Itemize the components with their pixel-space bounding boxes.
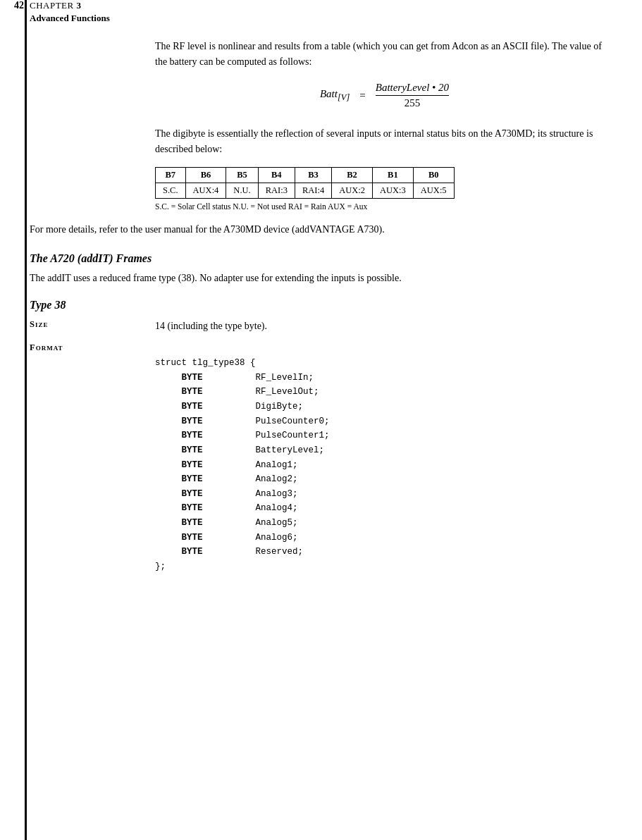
table-legend: S.C. = Solar Cell status N.U. = Not used…: [155, 202, 614, 211]
val-b3: RAI:4: [295, 183, 331, 198]
bit-table-area: B7 B6 B5 B4 B3 B2 B1 B0 S.C. AUX:4 N.U.: [30, 167, 614, 211]
format-value: struct tlg_type38 { BYTE RF_LevelIn; BYT…: [155, 342, 614, 589]
a720-text: The addIT uses a reduced frame type (38)…: [30, 273, 402, 283]
formula: Batt[V] = BatteryLevel • 20 255: [320, 82, 449, 109]
code-line-5: BYTE PulseCounter1;: [155, 431, 330, 440]
digibyte-text: The digibyte is essentially the reflecti…: [155, 128, 593, 154]
code-line-10: BYTE Analog4;: [155, 503, 298, 513]
formula-equals: =: [359, 89, 365, 101]
digibyte-paragraph: The digibyte is essentially the reflecti…: [30, 126, 614, 156]
size-label: Size: [30, 319, 155, 330]
code-line-9: BYTE Analog3;: [155, 489, 298, 499]
intro-text: The RF level is nonlinear and results fr…: [155, 41, 602, 67]
size-label-text: Size: [30, 319, 48, 329]
main-content: The RF level is nonlinear and results fr…: [30, 39, 614, 595]
code-line-1: BYTE RF_LevelIn;: [155, 373, 314, 383]
bit-table-header-row: B7 B6 B5 B4 B3 B2 B1 B0: [156, 167, 455, 183]
col-b6: B6: [185, 167, 226, 183]
chapter-label: CHAPTER 3: [30, 0, 81, 11]
code-line-3: BYTE DigiByte;: [155, 402, 303, 412]
page: 42 CHAPTER 3 Advanced Functions The RF l…: [0, 0, 642, 840]
col-b4: B4: [258, 167, 295, 183]
type38-heading: Type 38: [30, 299, 614, 311]
col-b0: B0: [413, 167, 454, 183]
code-line-6: BYTE BatteryLevel;: [155, 445, 324, 455]
format-row: Format struct tlg_type38 { BYTE RF_Level…: [30, 342, 614, 589]
bit-table-value-row: S.C. AUX:4 N.U. RAI:3 RAI:4 AUX:2 AUX:3 …: [156, 183, 455, 198]
format-label: Format: [30, 342, 155, 353]
col-b7: B7: [156, 167, 186, 183]
col-b1: B1: [372, 167, 413, 183]
sidebar-line: [0, 0, 27, 840]
val-b2: AUX:2: [332, 183, 373, 198]
col-b3: B3: [295, 167, 331, 183]
page-number: 42: [14, 0, 24, 11]
code-block: struct tlg_type38 { BYTE RF_LevelIn; BYT…: [155, 342, 614, 589]
chapter-subtitle: Advanced Functions: [30, 13, 110, 24]
chapter-word: CHAPTER: [30, 0, 74, 11]
code-line-2: BYTE RF_LevelOut;: [155, 387, 319, 397]
format-label-text: Format: [30, 342, 63, 352]
code-line-close: };: [155, 562, 166, 572]
size-row: Size 14 (including the type byte).: [30, 319, 614, 334]
bit-table: B7 B6 B5 B4 B3 B2 B1 B0 S.C. AUX:4 N.U.: [155, 167, 455, 199]
col-b2: B2: [332, 167, 373, 183]
code-line-struct: struct tlg_type38 {: [155, 358, 256, 368]
val-b5: N.U.: [226, 183, 258, 198]
intro-paragraph: The RF level is nonlinear and results fr…: [30, 39, 614, 69]
val-b1: AUX:3: [372, 183, 413, 198]
code-line-8: BYTE Analog2;: [155, 474, 298, 484]
more-details-paragraph: For more details, refer to the user manu…: [30, 222, 614, 237]
code-line-12: BYTE Analog6;: [155, 533, 298, 543]
chapter-number: 3: [76, 0, 81, 11]
code-line-13: BYTE Reserved;: [155, 547, 303, 557]
more-details-text: For more details, refer to the user manu…: [30, 224, 385, 235]
formula-area: Batt[V] = BatteryLevel • 20 255: [155, 82, 614, 109]
formula-lhs: Batt[V]: [320, 88, 350, 103]
formula-denominator: 255: [405, 96, 421, 109]
code-line-11: BYTE Analog5;: [155, 518, 298, 528]
size-value: 14 (including the type byte).: [155, 319, 614, 334]
formula-numerator: BatteryLevel • 20: [376, 82, 449, 96]
val-b4: RAI:3: [258, 183, 295, 198]
a720-heading: The A720 (addIT) Frames: [30, 252, 614, 265]
val-b0: AUX:5: [413, 183, 454, 198]
val-b7: S.C.: [156, 183, 186, 198]
code-line-7: BYTE Analog1;: [155, 460, 298, 470]
code-line-4: BYTE PulseCounter0;: [155, 416, 330, 426]
col-b5: B5: [226, 167, 258, 183]
val-b6: AUX:4: [185, 183, 226, 198]
formula-fraction: BatteryLevel • 20 255: [376, 82, 449, 109]
a720-paragraph: The addIT uses a reduced frame type (38)…: [30, 271, 614, 286]
